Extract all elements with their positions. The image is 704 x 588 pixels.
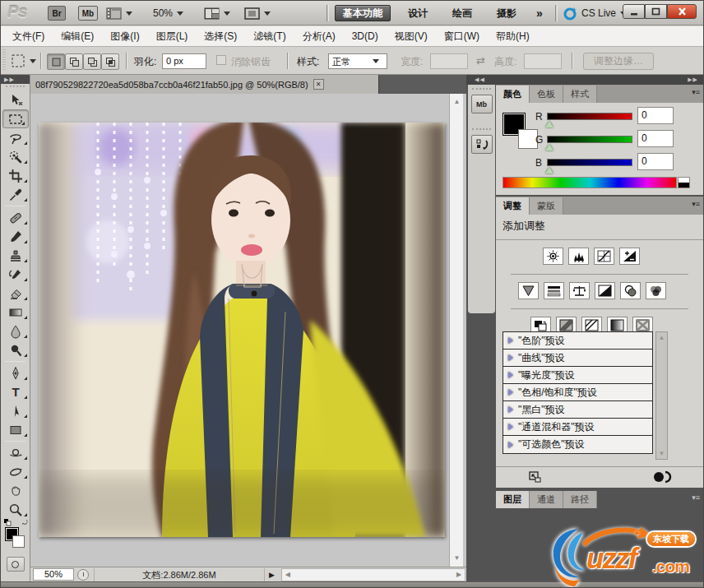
tab-paths[interactable]: 路径: [563, 491, 597, 508]
document-tab[interactable]: 08f790529822720ea5d058ba7ccb0a46f21fab50…: [30, 75, 379, 94]
panel-menu-icon[interactable]: ▾≡: [692, 493, 700, 502]
minibridge-button[interactable]: Mb: [78, 6, 98, 21]
preset-levels[interactable]: "色阶"预设: [503, 332, 652, 350]
antialias-checkbox[interactable]: [216, 55, 226, 65]
tab-styles[interactable]: 样式: [563, 86, 597, 103]
menu-3d[interactable]: 3D(D): [344, 26, 387, 46]
curves-icon[interactable]: [594, 248, 614, 265]
tool-preset-picker[interactable]: [11, 53, 36, 68]
brightness-contrast-icon[interactable]: [543, 248, 563, 265]
drag-handle[interactable]: [472, 128, 491, 132]
menu-view[interactable]: 视图(V): [387, 26, 436, 46]
collapse-right-icon[interactable]: ▶▶: [688, 75, 698, 85]
expand-triangle-icon[interactable]: [508, 442, 513, 448]
arrange-documents-button[interactable]: [204, 6, 230, 21]
tool-hand[interactable]: [1, 481, 30, 500]
color-balance-icon[interactable]: [569, 282, 590, 299]
drag-handle[interactable]: [472, 88, 491, 92]
workspace-tab-painting[interactable]: 绘画: [445, 5, 479, 21]
preset-list-scrollbar[interactable]: ▲ ▼: [655, 331, 668, 460]
tool-pen[interactable]: [1, 363, 30, 382]
hue-saturation-icon[interactable]: [544, 282, 564, 299]
view-extras-button[interactable]: [106, 6, 132, 21]
photo-document[interactable]: [39, 123, 445, 537]
tool-crop[interactable]: [1, 166, 30, 185]
tool-gradient[interactable]: [1, 303, 30, 322]
vibrance-icon[interactable]: [518, 282, 539, 299]
workspace-tab-photography[interactable]: 摄影: [489, 5, 524, 21]
tool-quick-selection[interactable]: [1, 147, 30, 166]
selection-mode-new[interactable]: [47, 53, 65, 70]
tool-brush[interactable]: [1, 227, 30, 246]
green-slider-thumb[interactable]: [545, 144, 553, 150]
menu-select[interactable]: 选择(S): [196, 26, 245, 46]
swap-dimensions-icon[interactable]: ⇄: [476, 54, 485, 67]
exposure-icon[interactable]: [619, 248, 640, 265]
workspace-overflow-button[interactable]: »: [529, 5, 550, 21]
menu-filter[interactable]: 滤镜(T): [245, 26, 294, 46]
tool-eyedropper[interactable]: [1, 185, 30, 204]
tool-history-brush[interactable]: [1, 265, 30, 284]
close-button[interactable]: [667, 4, 697, 19]
horizontal-scrollbar[interactable]: ◀ ▶: [281, 568, 465, 581]
tool-zoom[interactable]: [1, 500, 30, 519]
vertical-scrollbar[interactable]: ▲ ▼: [449, 94, 463, 567]
default-colors-icon[interactable]: [4, 519, 12, 526]
dock-header[interactable]: ◀◀▶▶: [466, 75, 704, 85]
blue-slider-track[interactable]: [547, 159, 632, 166]
blue-slider-thumb[interactable]: [545, 167, 553, 174]
preset-curves[interactable]: "曲线"预设: [503, 350, 652, 367]
menu-layer[interactable]: 图层(L): [148, 26, 197, 46]
menu-help[interactable]: 帮助(H): [488, 26, 538, 46]
tool-3d-orbit[interactable]: [1, 462, 30, 481]
tool-spot-healing-brush[interactable]: [1, 208, 30, 227]
menu-window[interactable]: 窗口(W): [436, 26, 488, 46]
screen-mode-button[interactable]: [244, 6, 271, 21]
red-slider-thumb[interactable]: [545, 121, 553, 127]
clone-source-panel-button[interactable]: [471, 135, 493, 154]
menu-file[interactable]: 文件(F): [4, 26, 53, 46]
expand-triangle-icon[interactable]: [508, 337, 513, 344]
minibridge-panel-button[interactable]: Mb: [471, 95, 493, 113]
minimize-button[interactable]: [623, 4, 645, 19]
tab-color[interactable]: 颜色: [496, 86, 530, 103]
preset-exposure[interactable]: "曝光度"预设: [503, 367, 652, 384]
workspace-tab-essentials[interactable]: 基本功能: [335, 5, 391, 21]
panel-menu-icon[interactable]: ▾≡: [692, 200, 700, 208]
menu-image[interactable]: 图像(I): [102, 26, 147, 46]
channel-mixer-icon[interactable]: [646, 282, 666, 299]
preset-selective-color[interactable]: "可选颜色"预设: [503, 436, 652, 453]
blue-value-input[interactable]: 0: [637, 153, 674, 170]
red-value-input[interactable]: 0: [637, 107, 674, 124]
scroll-right-icon[interactable]: ▶: [453, 569, 465, 581]
tools-collapse-header[interactable]: ▶▶: [1, 75, 30, 84]
expand-triangle-icon[interactable]: [508, 372, 513, 378]
background-color-swatch[interactable]: [12, 535, 25, 548]
scroll-left-icon[interactable]: ◀: [282, 569, 294, 581]
black-white-icon[interactable]: [595, 282, 615, 299]
status-flyout-icon[interactable]: ▶: [269, 571, 275, 579]
preset-black-white[interactable]: "黑白"预设: [503, 401, 652, 419]
green-slider-track[interactable]: [547, 136, 632, 143]
selection-mode-intersect[interactable]: [101, 53, 119, 70]
zoom-level-control[interactable]: 50%: [153, 6, 183, 21]
tool-clone-stamp[interactable]: [1, 246, 30, 265]
tool-dodge[interactable]: [1, 340, 30, 359]
collapse-left-icon[interactable]: ◀◀: [475, 75, 485, 85]
maximize-button[interactable]: [645, 4, 667, 19]
menu-analysis[interactable]: 分析(A): [294, 26, 344, 46]
bridge-button[interactable]: Br: [48, 6, 66, 21]
tab-channels[interactable]: 通道: [530, 491, 563, 508]
expanded-view-button[interactable]: [529, 471, 542, 487]
red-slider-track[interactable]: [547, 113, 632, 120]
selection-mode-subtract[interactable]: [83, 53, 101, 70]
status-zoom-input[interactable]: 50%: [33, 568, 74, 581]
tool-rectangular-marquee[interactable]: [2, 109, 29, 128]
expand-triangle-icon[interactable]: [508, 424, 513, 430]
tool-rectangle-shape[interactable]: [1, 420, 30, 439]
selection-mode-add[interactable]: [65, 53, 83, 70]
preset-channel-mixer[interactable]: "通道混和器"预设: [503, 419, 652, 436]
close-document-icon[interactable]: ✕: [313, 79, 324, 90]
expand-triangle-icon[interactable]: [508, 389, 513, 396]
expand-triangle-icon[interactable]: [508, 354, 513, 361]
